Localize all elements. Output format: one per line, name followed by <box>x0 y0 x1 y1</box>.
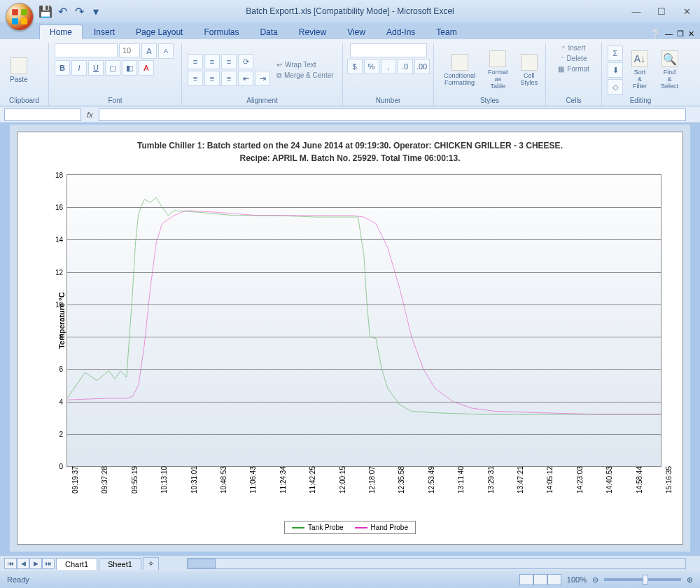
tab-view[interactable]: View <box>337 25 375 39</box>
view-buttons[interactable] <box>519 574 561 585</box>
clear-icon[interactable]: ◇ <box>608 79 623 94</box>
minimize-ribbon-icon[interactable]: — <box>665 29 673 39</box>
redo-icon[interactable]: ↷ <box>73 5 85 18</box>
ytick: 0 <box>59 463 67 470</box>
zoom-slider[interactable] <box>604 578 681 581</box>
group-cells: Cells <box>552 97 596 106</box>
group-clipboard: Clipboard <box>6 97 43 106</box>
delete-cells-button[interactable]: ⁻Delete <box>559 54 589 63</box>
font-size-select[interactable] <box>119 43 140 57</box>
currency-icon[interactable]: $ <box>347 59 363 74</box>
status-bar: Ready 100% ⊖ ⊕ <box>0 571 700 588</box>
swatch-tank-icon <box>292 527 304 528</box>
sheet-nav-prev[interactable]: ◀ <box>17 558 29 569</box>
sheet-nav-first[interactable]: ⏮ <box>4 558 17 569</box>
xtick: 09:37:28 <box>97 466 108 493</box>
align-right-icon[interactable]: ≡ <box>221 71 237 86</box>
restore-window-icon[interactable]: ❐ <box>677 29 684 39</box>
ytick: 16 <box>55 204 67 211</box>
font-color-button[interactable]: A <box>139 60 154 76</box>
font-name-select[interactable] <box>55 43 118 57</box>
sheet-nav-last[interactable]: ⏭ <box>42 558 55 569</box>
xtick: 09:55:19 <box>127 466 139 493</box>
sheet-tab-chart1[interactable]: Chart1 <box>56 558 97 570</box>
table-icon <box>489 50 506 67</box>
border-button[interactable]: ▢ <box>105 60 120 76</box>
orientation-icon[interactable]: ⟳ <box>238 54 253 69</box>
percent-icon[interactable]: % <box>364 59 379 74</box>
maximize-button[interactable]: ☐ <box>652 4 671 18</box>
conditional-formatting-button[interactable]: Conditional Formatting <box>440 52 479 88</box>
wrap-text-button[interactable]: ↩Wrap Text <box>274 60 336 69</box>
format-cells-button[interactable]: ▦Format <box>556 64 592 74</box>
italic-button[interactable]: I <box>71 60 87 76</box>
help-icon[interactable]: ❔ <box>650 29 661 39</box>
align-top-icon[interactable]: ≡ <box>188 54 203 69</box>
minimize-button[interactable]: — <box>627 4 645 18</box>
qat-dropdown-icon[interactable]: ▾ <box>90 5 102 18</box>
tab-team[interactable]: Team <box>426 25 466 39</box>
fill-color-button[interactable]: ◧ <box>122 60 137 76</box>
comma-icon[interactable]: , <box>381 59 396 74</box>
formula-input[interactable] <box>99 108 686 121</box>
svg-rect-2 <box>12 18 18 24</box>
xtick: 14:40:53 <box>601 466 613 493</box>
shrink-font-icon[interactable]: A <box>158 43 174 59</box>
close-button[interactable]: ✕ <box>678 4 696 18</box>
xtick: 12:00:15 <box>335 466 346 493</box>
legend-hand: Hand Probe <box>355 524 408 531</box>
save-icon[interactable]: 💾 <box>39 5 52 18</box>
sheet-nav-next[interactable]: ▶ <box>29 558 42 569</box>
merge-center-button[interactable]: ⧉Merge & Center <box>274 71 336 80</box>
dec-decimal-icon[interactable]: .00 <box>414 59 430 74</box>
inc-decimal-icon[interactable]: .0 <box>398 59 413 74</box>
bold-button[interactable]: B <box>55 60 70 76</box>
fill-icon[interactable]: ⬇ <box>608 62 623 78</box>
indent-dec-icon[interactable]: ⇤ <box>238 71 253 86</box>
grow-font-icon[interactable]: A <box>141 43 157 59</box>
zoom-out-button[interactable]: ⊖ <box>592 575 598 584</box>
ytick: 4 <box>59 398 67 405</box>
underline-button[interactable]: U <box>88 60 104 76</box>
tab-page-layout[interactable]: Page Layout <box>126 25 192 39</box>
align-left-icon[interactable]: ≡ <box>188 71 203 86</box>
align-center-icon[interactable]: ≡ <box>204 71 220 86</box>
zoom-thumb[interactable] <box>643 575 648 584</box>
ytick: 10 <box>55 300 67 308</box>
xtick: 15:16:35 <box>661 466 673 493</box>
horizontal-scrollbar[interactable] <box>187 558 686 569</box>
sort-filter-button[interactable]: A↓Sort & Filter <box>627 49 652 91</box>
insert-cells-button[interactable]: ⁺Insert <box>559 43 587 52</box>
new-sheet-button[interactable]: ✧ <box>143 557 159 570</box>
tab-formulas[interactable]: Formulas <box>194 25 248 39</box>
align-middle-icon[interactable]: ≡ <box>204 54 220 69</box>
xtick: 14:05:12 <box>542 466 554 493</box>
cell-styles-button[interactable]: Cell Styles <box>517 52 542 88</box>
zoom-in-button[interactable]: ⊕ <box>687 575 693 584</box>
autosum-icon[interactable]: Σ <box>608 46 623 61</box>
chart-title: Tumble Chiller 1: Batch started on the 2… <box>18 132 682 169</box>
name-box[interactable] <box>4 108 81 121</box>
tab-home[interactable]: Home <box>39 24 83 39</box>
format-as-table-button[interactable]: Format as Table <box>484 49 512 91</box>
office-button[interactable] <box>6 3 34 31</box>
chart-lines <box>67 175 661 466</box>
number-format-select[interactable] <box>350 43 427 57</box>
tab-review[interactable]: Review <box>289 25 336 39</box>
chart-card[interactable]: Tumble Chiller 1: Batch started on the 2… <box>17 132 683 545</box>
close-workbook-icon[interactable]: ✕ <box>688 29 694 39</box>
tab-insert[interactable]: Insert <box>84 25 125 39</box>
undo-icon[interactable]: ↶ <box>56 5 69 18</box>
tab-data[interactable]: Data <box>250 25 287 39</box>
group-font: Font <box>55 97 176 106</box>
xtick: 14:58:44 <box>631 466 643 493</box>
sheet-tab-sheet1[interactable]: Sheet1 <box>99 558 141 570</box>
find-select-button[interactable]: 🔍Find & Select <box>657 49 682 91</box>
align-bottom-icon[interactable]: ≡ <box>221 54 237 69</box>
hscroll-thumb[interactable] <box>188 559 216 568</box>
legend: Tank Probe Hand Probe <box>284 521 416 534</box>
indent-inc-icon[interactable]: ⇥ <box>255 71 270 86</box>
tab-add-ins[interactable]: Add-Ins <box>377 25 425 39</box>
xtick: 13:11:40 <box>453 466 465 493</box>
paste-button[interactable]: Paste <box>6 56 32 85</box>
